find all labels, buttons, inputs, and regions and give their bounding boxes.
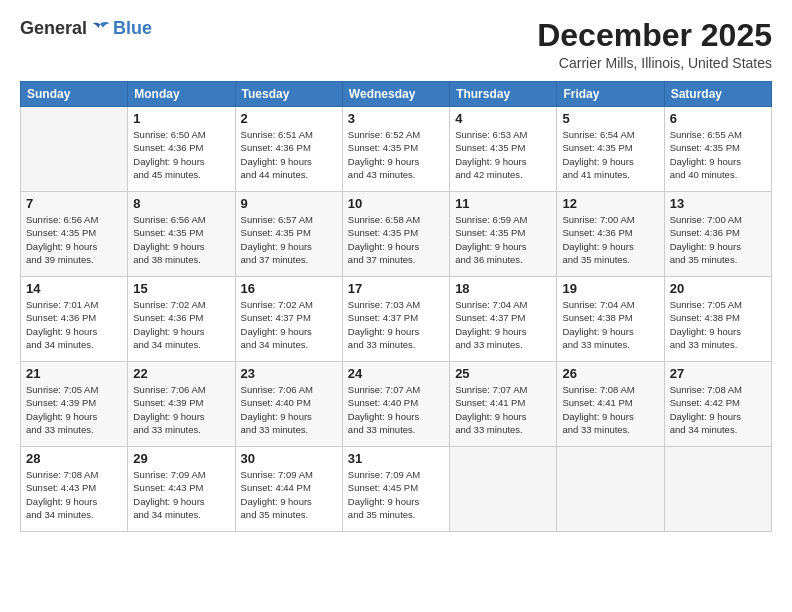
calendar-cell: 23Sunrise: 7:06 AM Sunset: 4:40 PM Dayli… [235, 362, 342, 447]
calendar-cell: 16Sunrise: 7:02 AM Sunset: 4:37 PM Dayli… [235, 277, 342, 362]
calendar-cell: 25Sunrise: 7:07 AM Sunset: 4:41 PM Dayli… [450, 362, 557, 447]
logo: General Blue [20, 18, 152, 39]
day-info: Sunrise: 7:08 AM Sunset: 4:43 PM Dayligh… [26, 468, 122, 521]
logo-blue: Blue [113, 18, 152, 39]
day-info: Sunrise: 7:08 AM Sunset: 4:41 PM Dayligh… [562, 383, 658, 436]
calendar-header-row: SundayMondayTuesdayWednesdayThursdayFrid… [21, 82, 772, 107]
day-number: 11 [455, 196, 551, 211]
day-number: 14 [26, 281, 122, 296]
col-header-tuesday: Tuesday [235, 82, 342, 107]
calendar-cell: 1Sunrise: 6:50 AM Sunset: 4:36 PM Daylig… [128, 107, 235, 192]
calendar-cell: 14Sunrise: 7:01 AM Sunset: 4:36 PM Dayli… [21, 277, 128, 362]
day-info: Sunrise: 7:00 AM Sunset: 4:36 PM Dayligh… [670, 213, 766, 266]
day-info: Sunrise: 7:05 AM Sunset: 4:39 PM Dayligh… [26, 383, 122, 436]
calendar-cell [664, 447, 771, 532]
day-info: Sunrise: 7:07 AM Sunset: 4:40 PM Dayligh… [348, 383, 444, 436]
day-number: 26 [562, 366, 658, 381]
page: General Blue December 2025 Carrier Mills… [0, 0, 792, 612]
calendar-cell [557, 447, 664, 532]
col-header-saturday: Saturday [664, 82, 771, 107]
calendar-cell: 8Sunrise: 6:56 AM Sunset: 4:35 PM Daylig… [128, 192, 235, 277]
calendar-cell: 30Sunrise: 7:09 AM Sunset: 4:44 PM Dayli… [235, 447, 342, 532]
day-number: 29 [133, 451, 229, 466]
day-info: Sunrise: 6:55 AM Sunset: 4:35 PM Dayligh… [670, 128, 766, 181]
day-number: 9 [241, 196, 337, 211]
day-number: 19 [562, 281, 658, 296]
day-info: Sunrise: 7:09 AM Sunset: 4:45 PM Dayligh… [348, 468, 444, 521]
calendar-cell: 9Sunrise: 6:57 AM Sunset: 4:35 PM Daylig… [235, 192, 342, 277]
day-info: Sunrise: 7:05 AM Sunset: 4:38 PM Dayligh… [670, 298, 766, 351]
day-info: Sunrise: 6:56 AM Sunset: 4:35 PM Dayligh… [133, 213, 229, 266]
logo-general: General [20, 18, 87, 39]
day-info: Sunrise: 7:02 AM Sunset: 4:36 PM Dayligh… [133, 298, 229, 351]
week-row-5: 28Sunrise: 7:08 AM Sunset: 4:43 PM Dayli… [21, 447, 772, 532]
day-info: Sunrise: 6:56 AM Sunset: 4:35 PM Dayligh… [26, 213, 122, 266]
calendar-cell: 18Sunrise: 7:04 AM Sunset: 4:37 PM Dayli… [450, 277, 557, 362]
day-number: 24 [348, 366, 444, 381]
day-info: Sunrise: 7:04 AM Sunset: 4:38 PM Dayligh… [562, 298, 658, 351]
calendar-cell: 20Sunrise: 7:05 AM Sunset: 4:38 PM Dayli… [664, 277, 771, 362]
day-info: Sunrise: 6:59 AM Sunset: 4:35 PM Dayligh… [455, 213, 551, 266]
calendar-cell: 7Sunrise: 6:56 AM Sunset: 4:35 PM Daylig… [21, 192, 128, 277]
day-number: 12 [562, 196, 658, 211]
day-number: 21 [26, 366, 122, 381]
calendar-cell: 4Sunrise: 6:53 AM Sunset: 4:35 PM Daylig… [450, 107, 557, 192]
calendar-cell: 5Sunrise: 6:54 AM Sunset: 4:35 PM Daylig… [557, 107, 664, 192]
location: Carrier Mills, Illinois, United States [537, 55, 772, 71]
calendar: SundayMondayTuesdayWednesdayThursdayFrid… [20, 81, 772, 532]
day-info: Sunrise: 7:02 AM Sunset: 4:37 PM Dayligh… [241, 298, 337, 351]
calendar-cell: 31Sunrise: 7:09 AM Sunset: 4:45 PM Dayli… [342, 447, 449, 532]
calendar-cell: 15Sunrise: 7:02 AM Sunset: 4:36 PM Dayli… [128, 277, 235, 362]
calendar-cell: 2Sunrise: 6:51 AM Sunset: 4:36 PM Daylig… [235, 107, 342, 192]
day-number: 30 [241, 451, 337, 466]
col-header-monday: Monday [128, 82, 235, 107]
day-info: Sunrise: 7:03 AM Sunset: 4:37 PM Dayligh… [348, 298, 444, 351]
day-number: 18 [455, 281, 551, 296]
day-number: 4 [455, 111, 551, 126]
day-number: 31 [348, 451, 444, 466]
header: General Blue December 2025 Carrier Mills… [20, 18, 772, 71]
day-info: Sunrise: 7:07 AM Sunset: 4:41 PM Dayligh… [455, 383, 551, 436]
col-header-wednesday: Wednesday [342, 82, 449, 107]
day-number: 3 [348, 111, 444, 126]
col-header-sunday: Sunday [21, 82, 128, 107]
calendar-cell [21, 107, 128, 192]
week-row-3: 14Sunrise: 7:01 AM Sunset: 4:36 PM Dayli… [21, 277, 772, 362]
day-info: Sunrise: 7:06 AM Sunset: 4:39 PM Dayligh… [133, 383, 229, 436]
calendar-cell: 19Sunrise: 7:04 AM Sunset: 4:38 PM Dayli… [557, 277, 664, 362]
day-number: 16 [241, 281, 337, 296]
day-info: Sunrise: 6:52 AM Sunset: 4:35 PM Dayligh… [348, 128, 444, 181]
day-number: 1 [133, 111, 229, 126]
day-info: Sunrise: 7:00 AM Sunset: 4:36 PM Dayligh… [562, 213, 658, 266]
day-number: 28 [26, 451, 122, 466]
day-info: Sunrise: 7:06 AM Sunset: 4:40 PM Dayligh… [241, 383, 337, 436]
calendar-cell [450, 447, 557, 532]
day-info: Sunrise: 6:50 AM Sunset: 4:36 PM Dayligh… [133, 128, 229, 181]
month-title: December 2025 [537, 18, 772, 53]
day-info: Sunrise: 7:09 AM Sunset: 4:43 PM Dayligh… [133, 468, 229, 521]
day-number: 8 [133, 196, 229, 211]
day-info: Sunrise: 6:57 AM Sunset: 4:35 PM Dayligh… [241, 213, 337, 266]
calendar-cell: 13Sunrise: 7:00 AM Sunset: 4:36 PM Dayli… [664, 192, 771, 277]
day-number: 22 [133, 366, 229, 381]
day-info: Sunrise: 6:54 AM Sunset: 4:35 PM Dayligh… [562, 128, 658, 181]
day-info: Sunrise: 6:51 AM Sunset: 4:36 PM Dayligh… [241, 128, 337, 181]
day-number: 23 [241, 366, 337, 381]
calendar-cell: 26Sunrise: 7:08 AM Sunset: 4:41 PM Dayli… [557, 362, 664, 447]
title-area: December 2025 Carrier Mills, Illinois, U… [537, 18, 772, 71]
logo-area: General Blue [20, 18, 152, 39]
day-number: 2 [241, 111, 337, 126]
day-number: 17 [348, 281, 444, 296]
calendar-cell: 17Sunrise: 7:03 AM Sunset: 4:37 PM Dayli… [342, 277, 449, 362]
col-header-thursday: Thursday [450, 82, 557, 107]
day-info: Sunrise: 7:04 AM Sunset: 4:37 PM Dayligh… [455, 298, 551, 351]
calendar-cell: 28Sunrise: 7:08 AM Sunset: 4:43 PM Dayli… [21, 447, 128, 532]
calendar-cell: 24Sunrise: 7:07 AM Sunset: 4:40 PM Dayli… [342, 362, 449, 447]
day-info: Sunrise: 7:01 AM Sunset: 4:36 PM Dayligh… [26, 298, 122, 351]
calendar-cell: 27Sunrise: 7:08 AM Sunset: 4:42 PM Dayli… [664, 362, 771, 447]
calendar-cell: 21Sunrise: 7:05 AM Sunset: 4:39 PM Dayli… [21, 362, 128, 447]
day-number: 6 [670, 111, 766, 126]
day-number: 25 [455, 366, 551, 381]
day-number: 7 [26, 196, 122, 211]
logo-bird-icon [89, 20, 111, 38]
